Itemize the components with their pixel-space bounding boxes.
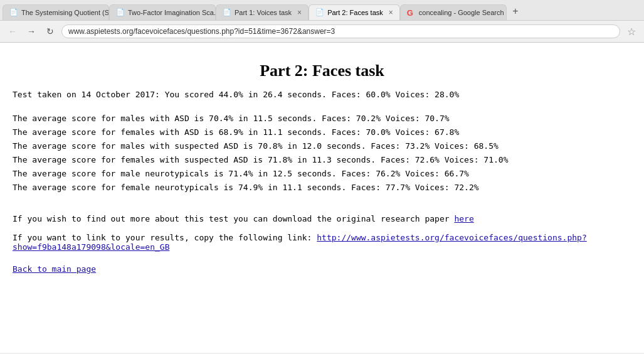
address-bar[interactable]: www.aspietests.org/facevoicefaces/questi… — [61, 24, 620, 38]
bookmark-button[interactable]: ☆ — [624, 24, 639, 39]
test-result-text: Test taken on 14 October 2017: You score… — [13, 90, 631, 99]
tab-close-3[interactable]: × — [297, 8, 302, 17]
research-link[interactable]: here — [454, 214, 473, 223]
average-6: The average score for female neurotypica… — [13, 181, 631, 195]
url-text: www.aspietests.org/facevoicefaces/questi… — [68, 27, 613, 36]
average-4: The average score for females with suspe… — [13, 153, 631, 167]
average-5: The average score for male neurotypicals… — [13, 167, 631, 181]
tab-imagination[interactable]: 📄 Two-Factor Imagination Sca... × — [109, 4, 216, 20]
tab-bar: 📄 The Systemising Quotient (S... × 📄 Two… — [0, 0, 644, 20]
tab-voices[interactable]: 📄 Part 1: Voices task × — [216, 4, 309, 20]
tab-icon-2: 📄 — [116, 8, 125, 17]
average-2: The average score for females with ASD i… — [13, 126, 631, 139]
back-link-section: Back to main page — [13, 264, 631, 274]
average-1: The average score for males with ASD is … — [13, 112, 631, 126]
link-section: If you want to link to your results, cop… — [13, 233, 631, 252]
back-link[interactable]: Back to main page — [13, 264, 96, 274]
nav-bar: ← → ↻ www.aspietests.org/facevoicefaces/… — [0, 20, 644, 42]
tab-icon-4: 📄 — [315, 8, 324, 17]
tab-close-4[interactable]: × — [389, 8, 393, 17]
research-section: If you wish to find out more about this … — [13, 214, 631, 223]
page-title: Part 2: Faces task — [13, 49, 631, 90]
average-3: The average score for males with suspect… — [13, 139, 631, 153]
link-text-before: If you want to link to your results, cop… — [13, 233, 317, 242]
research-text-before: If you wish to find out more about this … — [13, 214, 454, 223]
tab-label-3: Part 1: Voices task — [235, 9, 292, 16]
new-tab-button[interactable]: + — [507, 3, 524, 20]
averages-section: The average score for males with ASD is … — [13, 112, 631, 195]
page-content: Part 2: Faces task Test taken on 14 Octo… — [0, 43, 644, 353]
tab-faces[interactable]: 📄 Part 2: Faces task × — [309, 4, 400, 20]
tab-icon-3: 📄 — [223, 8, 231, 17]
tab-label-2: Two-Factor Imagination Sca... — [128, 9, 216, 16]
forward-button[interactable]: → — [24, 24, 39, 39]
tab-label-5: concealing - Google Search — [419, 9, 504, 16]
tab-google[interactable]: G concealing - Google Search × — [400, 4, 507, 20]
tab-label-4: Part 2: Faces task — [327, 9, 383, 16]
tab-systemising[interactable]: 📄 The Systemising Quotient (S... × — [3, 4, 109, 20]
browser-chrome: 📄 The Systemising Quotient (S... × 📄 Two… — [0, 0, 644, 43]
tab-icon-5: G — [407, 8, 416, 17]
tab-icon-1: 📄 — [9, 8, 18, 17]
reload-button[interactable]: ↻ — [43, 24, 58, 39]
tab-label-1: The Systemising Quotient (S... — [21, 9, 109, 16]
back-button[interactable]: ← — [5, 24, 20, 39]
